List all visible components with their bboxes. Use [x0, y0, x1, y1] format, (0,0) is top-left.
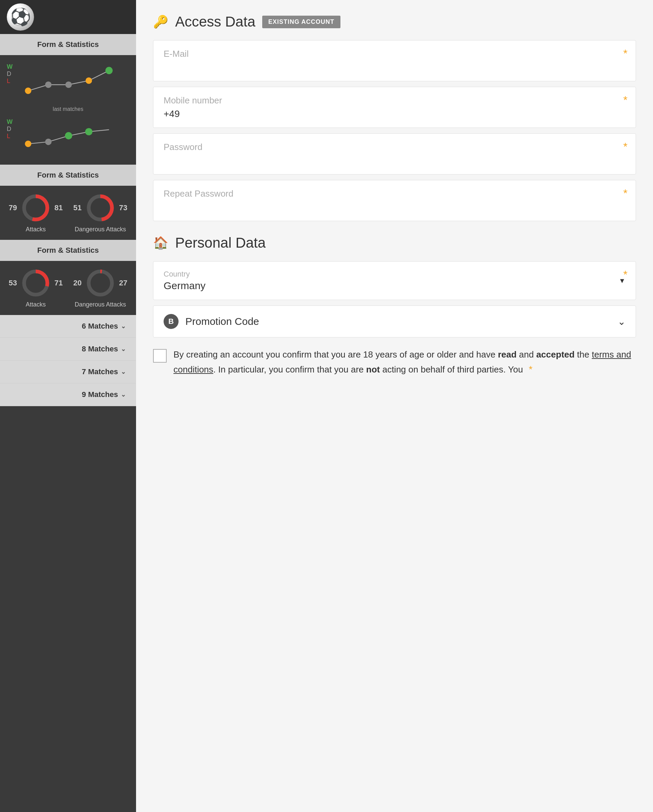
- password-required-star: *: [623, 140, 627, 153]
- main-panel: 🔑 Access Data EXISTING ACCOUNT E-Mail * …: [136, 0, 653, 812]
- password-field-container: Password *: [153, 133, 636, 174]
- matches-7-label: 7 Matches: [82, 367, 118, 376]
- mobile-label: Mobile number: [163, 95, 626, 106]
- matches-8-label: 8 Matches: [82, 345, 118, 353]
- draw-label-1: D: [7, 70, 12, 78]
- repeat-password-label: Repeat Password: [163, 188, 626, 199]
- attacks-donut-1: [20, 192, 51, 223]
- terms-text-part5: acting on behalf of third parties. You: [380, 364, 523, 374]
- repeat-password-required-star: *: [623, 187, 627, 200]
- terms-text: By creating an account you confirm that …: [174, 348, 636, 377]
- access-data-header: 🔑 Access Data EXISTING ACCOUNT: [153, 14, 636, 30]
- mobile-required-star: *: [623, 94, 627, 107]
- terms-required-star: *: [529, 364, 532, 374]
- existing-account-badge: EXISTING ACCOUNT: [262, 16, 340, 28]
- dangerous-donut-1: [85, 192, 116, 223]
- terms-text-part2: and: [517, 350, 536, 360]
- attacks-group-1: 79 81 Attacks: [7, 192, 65, 233]
- dangerous-right-num-2: 27: [119, 279, 129, 287]
- dangerous-donut-2: [85, 268, 116, 298]
- matches-row-9[interactable]: 9 Matches ⌄: [0, 383, 136, 406]
- country-dropdown-arrow: ▼: [619, 277, 626, 285]
- logo-area: ⚽: [0, 0, 136, 34]
- svg-point-1: [45, 81, 52, 88]
- matches-row-8[interactable]: 8 Matches ⌄: [0, 338, 136, 360]
- donut-section-1: 79 81 Attacks 51 73 Dangerous Attacks: [0, 186, 136, 240]
- promo-b-icon: B: [163, 314, 179, 329]
- chevron-6-icon: ⌄: [121, 322, 126, 330]
- promo-label: Promotion Code: [185, 316, 259, 327]
- matches-section: 6 Matches ⌄ 8 Matches ⌄ 7 Matches ⌄ 9 Ma…: [0, 315, 136, 812]
- dangerous-attacks-group-1: 51 73 Dangerous Attacks: [72, 192, 129, 233]
- svg-point-4: [105, 67, 113, 74]
- key-icon: 🔑: [153, 15, 168, 29]
- attacks-label-1: Attacks: [26, 226, 46, 233]
- email-required-star: *: [623, 47, 627, 60]
- access-data-title: Access Data: [175, 14, 255, 30]
- attacks-left-num-1: 79: [7, 203, 17, 212]
- password-label: Password: [163, 142, 626, 153]
- matches-row-6[interactable]: 6 Matches ⌄: [0, 315, 136, 338]
- dangerous-label-2: Dangerous Attacks: [75, 301, 126, 308]
- draw-label-2: D: [7, 125, 12, 133]
- repeat-password-field-container: Repeat Password *: [153, 180, 636, 221]
- soccer-ball-icon: ⚽: [7, 3, 34, 31]
- attacks-left-num-2: 53: [7, 279, 17, 287]
- svg-point-3: [86, 78, 92, 84]
- terms-section: By creating an account you confirm that …: [153, 348, 636, 377]
- dangerous-left-num-2: 20: [72, 279, 82, 287]
- dangerous-label-1: Dangerous Attacks: [75, 226, 126, 233]
- email-label: E-Mail: [163, 49, 626, 59]
- mobile-field-container: Mobile number * +49: [153, 87, 636, 128]
- form-line-chart-1: [16, 61, 129, 105]
- svg-point-7: [65, 132, 72, 139]
- personal-data-header: 🏠 Personal Data: [153, 235, 636, 251]
- personal-data-title: Personal Data: [175, 235, 265, 251]
- form-line-chart-2: [16, 116, 129, 160]
- section-header-2: Form & Statistics: [0, 165, 136, 186]
- svg-point-6: [45, 139, 52, 145]
- terms-bold-accepted: accepted: [536, 350, 575, 360]
- attacks-label-2: Attacks: [26, 301, 46, 308]
- country-label: Country: [163, 270, 626, 279]
- svg-point-0: [25, 87, 31, 94]
- section-header-1: Form & Statistics: [0, 34, 136, 55]
- terms-text-part1: By creating an account you confirm that …: [174, 350, 498, 360]
- attacks-right-num-1: 81: [54, 203, 65, 212]
- dangerous-left-num-1: 51: [72, 203, 82, 212]
- donut-section-2: 53 71 Attacks 20 27 Dangerous Attacks: [0, 261, 136, 315]
- email-field-container: E-Mail *: [153, 40, 636, 81]
- terms-bold-read: read: [498, 350, 517, 360]
- matches-9-label: 9 Matches: [82, 390, 118, 399]
- chevron-9-icon: ⌄: [121, 391, 126, 398]
- dangerous-attacks-group-2: 20 27 Dangerous Attacks: [72, 268, 129, 308]
- form-chart-section: W D L last mat: [0, 55, 136, 165]
- loss-label-2: L: [7, 133, 12, 140]
- loss-label-1: L: [7, 78, 12, 85]
- password-input[interactable]: [163, 155, 626, 166]
- matches-6-label: 6 Matches: [82, 322, 118, 331]
- svg-point-5: [25, 140, 31, 147]
- phone-prefix: +49: [163, 108, 180, 119]
- promo-code-section[interactable]: B Promotion Code ⌄: [153, 305, 636, 337]
- attacks-group-2: 53 71 Attacks: [7, 268, 65, 308]
- svg-point-2: [65, 81, 72, 88]
- email-input[interactable]: [163, 62, 626, 73]
- terms-text-part3: the: [574, 350, 592, 360]
- country-field-container[interactable]: Country Germany * ▼: [153, 261, 636, 300]
- personal-data-section: 🏠 Personal Data Country Germany * ▼: [153, 235, 636, 300]
- promo-chevron-icon: ⌄: [618, 316, 626, 327]
- home-icon: 🏠: [153, 236, 168, 250]
- country-value: Germany: [163, 280, 626, 292]
- promo-left: B Promotion Code: [163, 314, 259, 329]
- win-label-1: W: [7, 63, 12, 70]
- repeat-password-input[interactable]: [163, 202, 626, 213]
- terms-checkbox[interactable]: [153, 349, 167, 363]
- attacks-donut-2: [20, 268, 51, 298]
- section-header-3: Form & Statistics: [0, 240, 136, 261]
- matches-row-7[interactable]: 7 Matches ⌄: [0, 360, 136, 383]
- last-matches-label: last matches: [7, 106, 129, 112]
- chevron-8-icon: ⌄: [121, 345, 126, 353]
- win-label-2: W: [7, 118, 12, 125]
- chevron-7-icon: ⌄: [121, 368, 126, 375]
